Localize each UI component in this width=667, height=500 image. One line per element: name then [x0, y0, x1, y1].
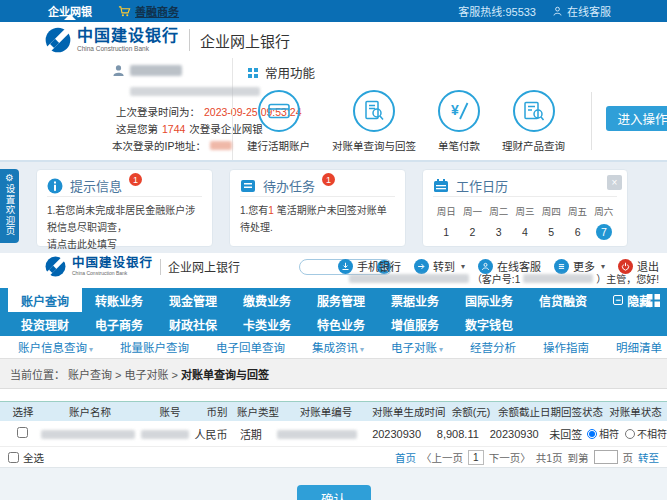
calendar-header: 工作日历: [433, 175, 617, 197]
table-header-cell: 账号: [142, 404, 198, 419]
redacted-ip: [210, 141, 232, 150]
current-page: 1: [468, 450, 484, 465]
calendar-date[interactable]: 1: [438, 224, 454, 240]
function-statement-query[interactable]: 对账单查询与回签: [332, 90, 416, 153]
select-all-checkbox[interactable]: [8, 452, 19, 463]
nav-item[interactable]: 国际业务: [452, 288, 526, 312]
brand-name-cn: 中国建设银行: [77, 28, 179, 44]
close-icon[interactable]: ×: [607, 175, 622, 190]
nav-item[interactable]: 票据业务: [378, 288, 452, 312]
footer-band: 确认: [0, 467, 667, 500]
confirm-button[interactable]: 确认: [297, 485, 371, 500]
redacted-statement-number: [277, 430, 357, 439]
tab-corporate-ebank[interactable]: 企业网银: [48, 3, 92, 19]
submenu-item[interactable]: 电子对账: [391, 339, 443, 355]
person-icon: [552, 6, 563, 17]
submenu-item-label: 操作指南: [543, 342, 589, 354]
top-bar-right: 客服热线:95533 在线客服: [458, 3, 657, 19]
nav-item[interactable]: 财政社保: [156, 312, 230, 336]
submenu-item[interactable]: 操作指南: [543, 339, 589, 355]
goto-page-input[interactable]: [594, 450, 618, 464]
prev-page-link[interactable]: 〈上一页: [421, 450, 463, 465]
mismatch-radio[interactable]: [625, 429, 635, 439]
redacted-org-line: [130, 84, 232, 96]
nav-item-label: 增值服务: [391, 316, 439, 333]
submenu-item[interactable]: 电子回单查询: [216, 339, 285, 355]
nav-item-label: 卡类业务: [243, 316, 291, 333]
submenu-item[interactable]: 经营分析: [470, 339, 516, 355]
mismatch-radio-option[interactable]: 不相符: [625, 426, 667, 441]
calendar-date[interactable]: 3: [491, 224, 507, 240]
function-single-payment[interactable]: ¥ 单笔付款: [438, 90, 480, 153]
nav-item[interactable]: 服务管理: [304, 288, 378, 312]
set-welcome-page-tab[interactable]: ⚙ 设置欢迎页: [0, 169, 19, 243]
nav-item[interactable]: 账户查询: [8, 288, 82, 312]
nav-item[interactable]: 现金管理: [156, 288, 230, 312]
currency-cell: 人民币: [193, 426, 230, 442]
function-current-account[interactable]: 建行活期账户: [247, 90, 310, 153]
nav-row-2: 投资理财 电子商务 财政社保 卡类业务 特色业务: [0, 312, 667, 336]
match-radio[interactable]: [587, 429, 597, 439]
submenu-item[interactable]: 明细清单: [616, 339, 662, 355]
calendar-date[interactable]: 7: [596, 224, 612, 240]
hide-icon: [613, 295, 623, 305]
redacted-customer-number: [523, 274, 593, 283]
nav-item-label: 特色业务: [317, 316, 365, 333]
nav-item[interactable]: 数字钱包: [452, 312, 526, 336]
match-radio-option[interactable]: 相符: [587, 426, 619, 441]
calendar-date[interactable]: 6: [570, 224, 586, 240]
function-label: 理财产品查询: [502, 138, 565, 153]
nav-item[interactable]: 信贷融资: [526, 288, 600, 312]
ip-row: 本次登录的IP地址：: [112, 138, 232, 153]
table-header-cell: 选择: [8, 404, 38, 419]
select-all[interactable]: 全选: [8, 450, 44, 465]
enter-operations-button[interactable]: 进入操作页面: [606, 106, 667, 131]
redacted-company-name: [349, 274, 469, 283]
next-page-link[interactable]: 下一页〉: [489, 450, 531, 465]
submenu-item[interactable]: 账户信息查询: [18, 339, 93, 355]
table-header-cell: 对账单编号: [280, 404, 372, 419]
submenu-item-label: 集成资讯: [312, 342, 358, 354]
grid-dots-icon: [247, 67, 259, 79]
submenu-item-label: 明细清单: [616, 342, 662, 354]
nav-item[interactable]: 卡类业务: [230, 312, 304, 336]
function-wealth-query[interactable]: 理财产品查询: [502, 90, 565, 153]
todo-title: 待办任务: [263, 176, 315, 195]
nav-item[interactable]: 电子商务: [82, 312, 156, 336]
common-functions-header: 常用功能: [247, 63, 667, 82]
pagination: 首页 〈上一页 1 下一页〉 共1页 到第 页 转至: [395, 450, 659, 465]
apps-grid-icon[interactable]: [646, 293, 661, 308]
first-page-link[interactable]: 首页: [395, 450, 416, 465]
statement-status-cell: 相符 不相符: [587, 426, 667, 441]
common-functions-row: 建行活期账户 对账单查询与回签 ¥: [247, 90, 667, 153]
brand-header: 中国建设银行 China Construction Bank 企业网上银行: [0, 22, 667, 58]
tips-badge: 1: [129, 173, 142, 186]
nav-item[interactable]: 缴费业务: [230, 288, 304, 312]
online-service-link[interactable]: 在线客服: [552, 3, 611, 19]
tips-body[interactable]: 1.若您尚未完成非居民金融账户涉税信息尽职调查， 请点击此处填写: [47, 202, 202, 253]
nav-item[interactable]: 投资理财: [8, 312, 82, 336]
goto-page-button[interactable]: 转至: [638, 450, 659, 465]
submenu-item[interactable]: 批量账户查询: [120, 339, 189, 355]
shopping-cart-icon: [118, 5, 131, 18]
tab-shanrong-mall[interactable]: 善融商务: [118, 3, 179, 19]
breadcrumb-trail[interactable]: 账户查询 > 电子对账 >: [68, 366, 178, 382]
welcome-section: 上次登录时间为： 2023-09-25 09:53:24 这是您第1744 次登…: [0, 58, 667, 160]
brand-name-en: China Construction Bank: [77, 46, 179, 53]
calendar-date[interactable]: 4: [517, 224, 533, 240]
brand-text: 中国建设银行 China Construction Bank: [77, 28, 179, 53]
portal-brand: 中国建设银行 China Construction Bank 企业网上银行: [45, 256, 240, 277]
brand-divider: [189, 29, 190, 51]
todo-body[interactable]: 1.您有1 笔活期账户未回签对账单待处理.: [240, 202, 395, 236]
row-checkbox[interactable]: [17, 427, 28, 438]
nav-item[interactable]: 特色业务: [304, 312, 378, 336]
calendar-date[interactable]: 2: [464, 224, 480, 240]
submenu-item[interactable]: 集成资讯: [312, 339, 364, 355]
nav-item[interactable]: 转账业务: [82, 288, 156, 312]
statement-time-cell: 20230930: [362, 428, 432, 440]
breadcrumb-current: 对账单查询与回签: [181, 366, 269, 382]
login-count-prefix: 这是您第: [116, 121, 158, 136]
breadcrumb: 当前位置： 账户查询 > 电子对账 > 对账单查询与回签: [0, 359, 667, 389]
calendar-date[interactable]: 5: [543, 224, 559, 240]
nav-item[interactable]: 增值服务: [378, 312, 452, 336]
